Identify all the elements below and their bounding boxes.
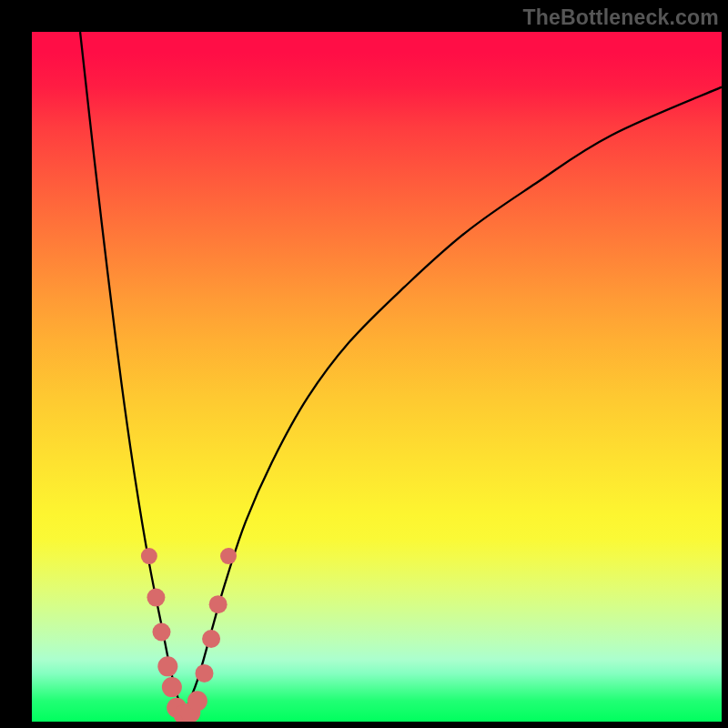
- marker-dot: [209, 595, 228, 613]
- marker-dot: [147, 589, 165, 607]
- curve-left-branch: [80, 32, 184, 714]
- marker-dot: [162, 677, 182, 697]
- chart-frame: TheBottleneck.com: [0, 0, 728, 728]
- marker-dot: [196, 664, 214, 682]
- watermark-text: TheBottleneck.com: [522, 5, 719, 30]
- plot-area: [32, 32, 722, 722]
- near-optimum-markers: [141, 548, 237, 722]
- marker-dot: [141, 548, 157, 564]
- curve-right-branch: [184, 87, 722, 715]
- marker-dot: [153, 622, 171, 641]
- bottleneck-curve-svg: [32, 32, 722, 722]
- marker-dot: [220, 548, 237, 564]
- marker-dot: [187, 691, 207, 711]
- marker-dot: [157, 656, 177, 676]
- marker-dot: [202, 630, 220, 648]
